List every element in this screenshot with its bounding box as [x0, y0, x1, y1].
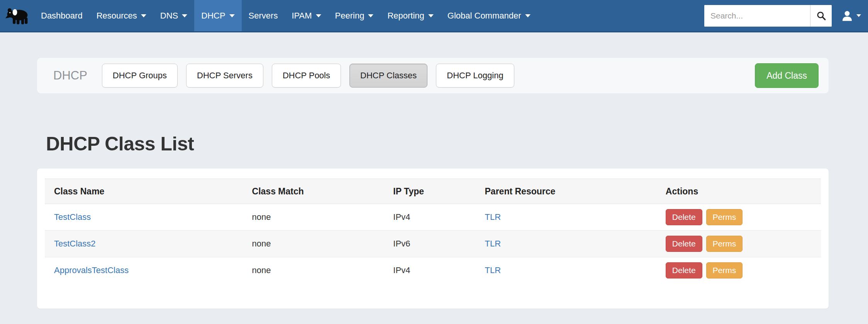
panda-icon	[5, 6, 29, 25]
tab-dhcp-logging[interactable]: DHCP Logging	[436, 64, 514, 88]
ip-type-cell: IPv6	[384, 231, 475, 257]
class-match-cell: none	[243, 204, 384, 231]
tab-list: DHCP GroupsDHCP ServersDHCP PoolsDHCP Cl…	[102, 64, 514, 88]
user-menu[interactable]	[841, 10, 861, 22]
table-row: TestClass2 none IPv6 TLR DeletePerms	[45, 231, 821, 257]
table-row: ApprovalsTestClass none IPv4 TLR DeleteP…	[45, 257, 821, 284]
caret-down-icon	[229, 14, 235, 17]
dhcp-class-table-card: Class Name Class Match IP Type Parent Re…	[37, 169, 829, 309]
nav-item-dns[interactable]: DNS	[153, 0, 194, 31]
table-body: TestClass none IPv4 TLR DeletePerms Test…	[45, 204, 821, 284]
navbar-right	[704, 0, 868, 31]
caret-down-icon	[368, 14, 373, 17]
caret-down-icon	[428, 14, 434, 17]
nav-item-servers[interactable]: Servers	[242, 0, 285, 31]
search-button[interactable]	[810, 5, 832, 27]
header-ip-type: IP Type	[384, 179, 475, 204]
dhcp-class-table: Class Name Class Match IP Type Parent Re…	[45, 179, 821, 284]
search-group	[704, 5, 832, 27]
table-header-row: Class Name Class Match IP Type Parent Re…	[45, 179, 821, 204]
nav-item-dashboard[interactable]: Dashboard	[34, 0, 90, 31]
user-icon	[841, 10, 853, 22]
nav-items: Dashboard Resources DNS DHCP Servers IPA…	[34, 0, 537, 31]
nav-item-label: Peering	[335, 11, 364, 21]
header-parent-resource: Parent Resource	[476, 179, 656, 204]
class-name-link[interactable]: ApprovalsTestClass	[54, 265, 129, 275]
section-title: DHCP	[53, 69, 87, 83]
nav-item-reporting[interactable]: Reporting	[380, 0, 440, 31]
caret-down-icon	[182, 14, 187, 17]
top-navbar: Dashboard Resources DNS DHCP Servers IPA…	[0, 0, 868, 32]
actions-cell: DeletePerms	[656, 257, 821, 284]
brand-logo[interactable]	[0, 0, 34, 31]
nav-item-label: Global Commander	[448, 11, 521, 21]
nav-item-peering[interactable]: Peering	[328, 0, 381, 31]
class-match-cell: none	[243, 257, 384, 284]
parent-resource-link[interactable]: TLR	[485, 265, 501, 275]
header-actions: Actions	[656, 179, 821, 204]
nav-item-dhcp[interactable]: DHCP	[194, 0, 241, 31]
actions-cell: DeletePerms	[656, 231, 821, 257]
ip-type-cell: IPv4	[384, 257, 475, 284]
nav-item-label: Dashboard	[41, 11, 83, 21]
tab-dhcp-groups[interactable]: DHCP Groups	[102, 64, 178, 88]
nav-item-label: DNS	[160, 11, 178, 21]
perms-button[interactable]: Perms	[706, 236, 743, 252]
actions-cell: DeletePerms	[656, 204, 821, 231]
table-row: TestClass none IPv4 TLR DeletePerms	[45, 204, 821, 231]
tab-dhcp-pools[interactable]: DHCP Pools	[272, 64, 341, 88]
parent-resource-link[interactable]: TLR	[485, 239, 501, 248]
delete-button[interactable]: Delete	[666, 209, 702, 225]
class-match-cell: none	[243, 231, 384, 257]
perms-button[interactable]: Perms	[706, 209, 743, 225]
nav-item-label: Resources	[97, 11, 137, 21]
perms-button[interactable]: Perms	[706, 262, 743, 278]
nav-item-label: IPAM	[292, 11, 312, 21]
add-class-button[interactable]: Add Class	[755, 63, 819, 88]
nav-item-label: DHCP	[201, 11, 225, 21]
nav-item-global-commander[interactable]: Global Commander	[441, 0, 537, 31]
class-name-link[interactable]: TestClass	[54, 212, 91, 222]
class-name-link[interactable]: TestClass2	[54, 239, 96, 248]
nav-item-resources[interactable]: Resources	[90, 0, 153, 31]
dhcp-toolbar: DHCP DHCP GroupsDHCP ServersDHCP PoolsDH…	[37, 58, 829, 93]
caret-down-icon	[316, 14, 321, 17]
nav-item-label: Servers	[249, 11, 278, 21]
search-input[interactable]	[704, 5, 810, 27]
header-class-match: Class Match	[243, 179, 384, 204]
search-icon	[816, 11, 826, 21]
nav-item-label: Reporting	[387, 11, 424, 21]
caret-down-icon	[141, 14, 146, 17]
delete-button[interactable]: Delete	[666, 236, 702, 252]
nav-item-ipam[interactable]: IPAM	[285, 0, 328, 31]
parent-resource-link[interactable]: TLR	[485, 212, 501, 222]
tab-dhcp-classes[interactable]: DHCP Classes	[349, 64, 427, 88]
tab-dhcp-servers[interactable]: DHCP Servers	[186, 64, 263, 88]
caret-down-icon	[525, 14, 531, 17]
page-title: DHCP Class List	[46, 133, 194, 155]
header-class-name: Class Name	[45, 179, 243, 204]
delete-button[interactable]: Delete	[666, 262, 702, 278]
chevron-down-icon	[856, 14, 861, 17]
ip-type-cell: IPv4	[384, 204, 475, 231]
